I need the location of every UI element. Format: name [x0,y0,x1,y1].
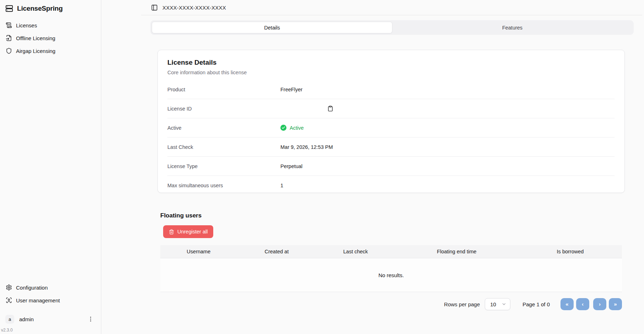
topbar-separator [141,15,642,15]
scroll-text-icon [6,22,12,28]
app-version: v2.3.0 [0,327,101,333]
check-circle-icon [280,125,286,131]
sidebar-item-configuration[interactable]: Configuration [0,281,101,294]
shield-icon [6,48,12,54]
card-subtitle: Core information about this license [167,70,615,75]
page-info: Page 1 of 0 [522,301,550,307]
last-check-value: Mar 9, 2026, 12:53 PM [280,144,333,150]
panel-left-icon[interactable] [151,4,158,11]
column-header-is-borrowed: Is borrowed [519,249,622,254]
sidebar-item-user-management[interactable]: User management [0,294,101,307]
sidebar-item-offline-licensing[interactable]: Offline Licensing [0,32,101,44]
column-header-floating-end-time: Floating end time [395,249,519,254]
floating-users-title: Floating users [160,212,622,219]
column-header-last-check: Last check [316,249,395,254]
topbar: XXXX-XXXX-XXXX-XXXX [101,0,644,15]
column-header-created-at: Created at [237,249,316,254]
empty-results-text: No results. [379,272,404,278]
sidebar-item-label: Offline Licensing [16,35,55,41]
trash-icon [169,229,174,235]
column-header-username: Username [160,249,237,254]
sidebar-footer: Configuration User management a admin v2… [0,281,101,334]
prev-page-button[interactable]: ‹ [576,298,589,310]
table-header-row: Username Created at Last check Floating … [160,245,622,258]
user-name: admin [19,316,82,322]
avatar: a [5,315,14,324]
floating-users-table: Username Created at Last check Floating … [160,245,622,292]
row-last-check: Last Check Mar 9, 2026, 12:53 PM [167,138,615,157]
row-license-type: License Type Perpetual [167,157,615,176]
sidebar-item-licenses[interactable]: Licenses [0,19,101,32]
rows-per-page-value: 10 [490,301,496,307]
sidebar-item-label: Licenses [16,22,37,28]
pagination-buttons: « ‹ › » [560,298,622,310]
rows-per-page-select[interactable]: 10 [485,298,510,310]
license-details-card: License Details Core information about t… [157,50,625,193]
first-page-button[interactable]: « [560,298,574,310]
max-users-value: 1 [280,183,283,188]
pagination: Rows per page 10 Page 1 of 0 « ‹ › » [160,298,622,310]
row-active: Active Active [167,118,615,138]
user-menu[interactable]: a admin [0,311,101,327]
main-content: XXXX-XXXX-XXXX-XXXX Details Features Lic… [101,0,644,334]
license-rows: Product FreeFlyer License ID Active [167,80,615,195]
sidebar-item-airgap-licensing[interactable]: Airgap Licensing [0,44,101,57]
sidebar-nav: Licenses Offline Licensing Airgap Licens… [0,19,101,57]
last-page-button[interactable]: » [609,298,622,310]
tab-details[interactable]: Details [152,22,392,33]
sidebar-item-label: Configuration [16,285,48,291]
clipboard-copy-icon[interactable] [327,106,333,112]
ellipsis-vertical-icon[interactable] [87,316,94,322]
server-icon [5,5,13,12]
brand-name: LicenseSpring [17,5,63,12]
brand: LicenseSpring [0,0,101,16]
gear-icon [6,284,12,291]
license-id-value [280,106,333,112]
license-type-value: Perpetual [280,163,302,169]
unregister-all-label: Unregister all [177,229,208,235]
user-scan-icon [6,297,12,303]
row-max-users: Max simultaneous users 1 [167,176,615,195]
table-empty-row: No results. [160,258,622,292]
row-license-id: License ID [167,99,615,118]
next-page-button[interactable]: › [593,298,606,310]
tab-features[interactable]: Features [392,22,632,33]
sidebar-item-label: User management [16,297,60,303]
unregister-all-button[interactable]: Unregister all [163,225,213,238]
status-badge: Active [280,125,304,131]
chevron-down-icon [501,302,506,307]
license-key-title: XXXX-XXXX-XXXX-XXXX [162,5,226,11]
tabbar: Details Features [150,20,634,35]
rows-per-page-label: Rows per page [444,301,480,307]
floating-users-section: Floating users Unregister all Username C… [160,212,622,310]
file-output-icon [6,35,12,41]
product-value: FreeFlyer [280,87,302,92]
row-product: Product FreeFlyer [167,80,615,99]
sidebar: LicenseSpring Licenses Offline Licensing [0,0,101,334]
card-title: License Details [167,59,615,66]
sidebar-item-label: Airgap Licensing [16,48,55,54]
status-text: Active [290,125,304,131]
